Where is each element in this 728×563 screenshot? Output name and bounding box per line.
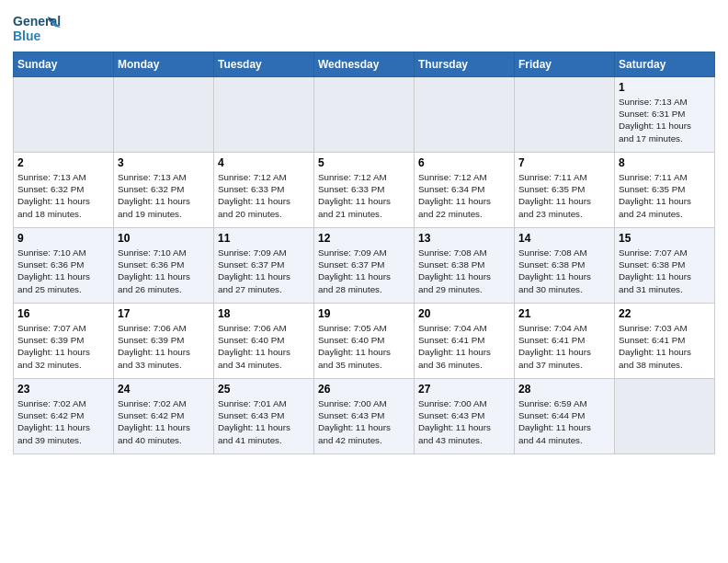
day-number: 18 [218, 307, 310, 320]
day-info: Sunrise: 7:01 AM Sunset: 6:43 PM Dayligh… [218, 397, 310, 446]
calendar-cell [415, 77, 515, 153]
day-info: Sunrise: 7:06 AM Sunset: 6:39 PM Dayligh… [118, 322, 210, 371]
calendar-cell [515, 77, 615, 153]
day-number: 26 [318, 383, 410, 396]
calendar-cell: 17Sunrise: 7:06 AM Sunset: 6:39 PM Dayli… [114, 304, 214, 379]
day-number: 16 [17, 307, 109, 320]
calendar-cell: 12Sunrise: 7:09 AM Sunset: 6:37 PM Dayli… [314, 228, 415, 304]
day-number: 24 [118, 383, 210, 396]
calendar-cell: 13Sunrise: 7:08 AM Sunset: 6:38 PM Dayli… [415, 228, 515, 304]
day-info: Sunrise: 7:09 AM Sunset: 6:37 PM Dayligh… [218, 247, 310, 295]
calendar-cell: 21Sunrise: 7:04 AM Sunset: 6:41 PM Dayli… [515, 304, 615, 379]
header: GeneralBlue [13, 9, 715, 48]
weekday-header-saturday: Saturday [615, 52, 715, 77]
day-info: Sunrise: 7:13 AM Sunset: 6:31 PM Dayligh… [619, 96, 711, 144]
day-info: Sunrise: 7:00 AM Sunset: 6:43 PM Dayligh… [418, 397, 510, 446]
day-info: Sunrise: 7:02 AM Sunset: 6:42 PM Dayligh… [118, 397, 210, 446]
day-number: 1 [619, 81, 711, 94]
logo: GeneralBlue [13, 9, 61, 48]
day-number: 14 [518, 232, 610, 245]
day-info: Sunrise: 7:07 AM Sunset: 6:38 PM Dayligh… [619, 247, 711, 295]
day-info: Sunrise: 7:11 AM Sunset: 6:35 PM Dayligh… [518, 171, 610, 220]
calendar-cell: 28Sunrise: 6:59 AM Sunset: 6:44 PM Dayli… [515, 379, 615, 454]
day-number: 27 [418, 383, 510, 396]
day-info: Sunrise: 7:11 AM Sunset: 6:35 PM Dayligh… [619, 171, 711, 220]
day-info: Sunrise: 7:09 AM Sunset: 6:37 PM Dayligh… [318, 247, 410, 295]
day-number: 10 [118, 232, 210, 245]
weekday-header-tuesday: Tuesday [214, 52, 314, 77]
weekday-header-thursday: Thursday [415, 52, 515, 77]
day-number: 19 [318, 307, 410, 320]
calendar-cell: 27Sunrise: 7:00 AM Sunset: 6:43 PM Dayli… [415, 379, 515, 454]
day-info: Sunrise: 7:13 AM Sunset: 6:32 PM Dayligh… [17, 171, 109, 220]
day-number: 5 [318, 156, 410, 169]
day-info: Sunrise: 7:00 AM Sunset: 6:43 PM Dayligh… [318, 397, 410, 446]
day-number: 17 [118, 307, 210, 320]
calendar-cell: 3Sunrise: 7:13 AM Sunset: 6:32 PM Daylig… [114, 153, 214, 228]
weekday-header-sunday: Sunday [14, 52, 114, 77]
day-number: 8 [619, 156, 711, 169]
logo-svg: GeneralBlue [13, 9, 61, 48]
calendar-cell: 24Sunrise: 7:02 AM Sunset: 6:42 PM Dayli… [114, 379, 214, 454]
calendar-cell: 16Sunrise: 7:07 AM Sunset: 6:39 PM Dayli… [14, 304, 114, 379]
day-info: Sunrise: 7:12 AM Sunset: 6:33 PM Dayligh… [218, 171, 310, 220]
calendar-cell: 9Sunrise: 7:10 AM Sunset: 6:36 PM Daylig… [14, 228, 114, 304]
day-info: Sunrise: 7:07 AM Sunset: 6:39 PM Dayligh… [17, 322, 109, 371]
calendar-cell: 25Sunrise: 7:01 AM Sunset: 6:43 PM Dayli… [214, 379, 314, 454]
day-info: Sunrise: 7:05 AM Sunset: 6:40 PM Dayligh… [318, 322, 410, 371]
day-info: Sunrise: 7:06 AM Sunset: 6:40 PM Dayligh… [218, 322, 310, 371]
calendar-cell [114, 77, 214, 153]
calendar-cell: 26Sunrise: 7:00 AM Sunset: 6:43 PM Dayli… [314, 379, 415, 454]
calendar-cell: 18Sunrise: 7:06 AM Sunset: 6:40 PM Dayli… [214, 304, 314, 379]
day-number: 6 [418, 156, 510, 169]
svg-text:General: General [13, 14, 61, 29]
calendar-cell: 20Sunrise: 7:04 AM Sunset: 6:41 PM Dayli… [415, 304, 515, 379]
day-number: 4 [218, 156, 310, 169]
day-info: Sunrise: 7:08 AM Sunset: 6:38 PM Dayligh… [418, 247, 510, 295]
calendar-cell: 19Sunrise: 7:05 AM Sunset: 6:40 PM Dayli… [314, 304, 415, 379]
day-number: 13 [418, 232, 510, 245]
calendar-week-row: 16Sunrise: 7:07 AM Sunset: 6:39 PM Dayli… [14, 304, 715, 379]
day-number: 21 [518, 307, 610, 320]
weekday-header-friday: Friday [515, 52, 615, 77]
day-info: Sunrise: 7:13 AM Sunset: 6:32 PM Dayligh… [118, 171, 210, 220]
svg-text:Blue: Blue [13, 29, 41, 43]
calendar-cell: 4Sunrise: 7:12 AM Sunset: 6:33 PM Daylig… [214, 153, 314, 228]
day-info: Sunrise: 7:08 AM Sunset: 6:38 PM Dayligh… [518, 247, 610, 295]
day-info: Sunrise: 7:04 AM Sunset: 6:41 PM Dayligh… [518, 322, 610, 371]
calendar-cell: 14Sunrise: 7:08 AM Sunset: 6:38 PM Dayli… [515, 228, 615, 304]
day-info: Sunrise: 7:10 AM Sunset: 6:36 PM Dayligh… [17, 247, 109, 295]
calendar-table: SundayMondayTuesdayWednesdayThursdayFrid… [13, 52, 715, 454]
calendar-cell: 10Sunrise: 7:10 AM Sunset: 6:36 PM Dayli… [114, 228, 214, 304]
calendar-cell: 1Sunrise: 7:13 AM Sunset: 6:31 PM Daylig… [615, 77, 715, 153]
calendar-cell: 15Sunrise: 7:07 AM Sunset: 6:38 PM Dayli… [615, 228, 715, 304]
calendar-cell [214, 77, 314, 153]
day-info: Sunrise: 6:59 AM Sunset: 6:44 PM Dayligh… [518, 397, 610, 446]
calendar-cell: 23Sunrise: 7:02 AM Sunset: 6:42 PM Dayli… [14, 379, 114, 454]
weekday-header-wednesday: Wednesday [314, 52, 415, 77]
calendar-cell: 8Sunrise: 7:11 AM Sunset: 6:35 PM Daylig… [615, 153, 715, 228]
calendar-week-row: 2Sunrise: 7:13 AM Sunset: 6:32 PM Daylig… [14, 153, 715, 228]
day-number: 11 [218, 232, 310, 245]
day-number: 28 [518, 383, 610, 396]
day-number: 3 [118, 156, 210, 169]
day-info: Sunrise: 7:04 AM Sunset: 6:41 PM Dayligh… [418, 322, 510, 371]
calendar-week-row: 9Sunrise: 7:10 AM Sunset: 6:36 PM Daylig… [14, 228, 715, 304]
day-number: 2 [17, 156, 109, 169]
day-number: 25 [218, 383, 310, 396]
weekday-header-row: SundayMondayTuesdayWednesdayThursdayFrid… [14, 52, 715, 77]
day-info: Sunrise: 7:12 AM Sunset: 6:33 PM Dayligh… [318, 171, 410, 220]
weekday-header-monday: Monday [114, 52, 214, 77]
calendar-cell [615, 379, 715, 454]
day-info: Sunrise: 7:12 AM Sunset: 6:34 PM Dayligh… [418, 171, 510, 220]
calendar-cell [314, 77, 415, 153]
page-container: GeneralBlue SundayMondayTuesdayWednesday… [0, 0, 728, 464]
calendar-cell: 7Sunrise: 7:11 AM Sunset: 6:35 PM Daylig… [515, 153, 615, 228]
calendar-week-row: 1Sunrise: 7:13 AM Sunset: 6:31 PM Daylig… [14, 77, 715, 153]
day-number: 23 [17, 383, 109, 396]
calendar-cell: 2Sunrise: 7:13 AM Sunset: 6:32 PM Daylig… [14, 153, 114, 228]
calendar-cell [14, 77, 114, 153]
calendar-cell: 11Sunrise: 7:09 AM Sunset: 6:37 PM Dayli… [214, 228, 314, 304]
day-info: Sunrise: 7:10 AM Sunset: 6:36 PM Dayligh… [118, 247, 210, 295]
calendar-cell: 5Sunrise: 7:12 AM Sunset: 6:33 PM Daylig… [314, 153, 415, 228]
